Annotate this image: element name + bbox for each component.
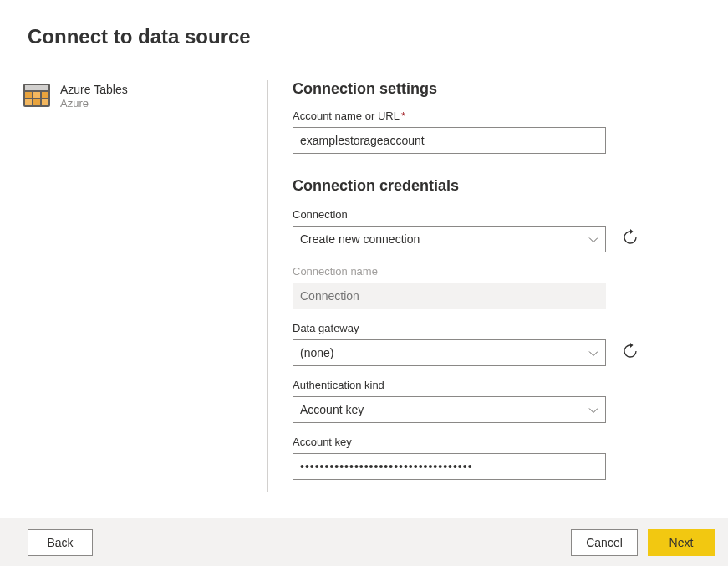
svg-rect-6 <box>33 99 40 105</box>
connection-name-input <box>293 283 606 309</box>
footer-bar: Back Cancel Next <box>0 518 728 566</box>
connector-publisher: Azure <box>60 97 128 111</box>
svg-rect-2 <box>25 92 32 98</box>
refresh-icon <box>622 229 639 249</box>
connection-select-value: Create new connection <box>300 232 420 246</box>
gateway-label: Data gateway <box>293 322 669 334</box>
next-button[interactable]: Next <box>648 529 715 556</box>
svg-rect-5 <box>25 99 32 105</box>
gateway-select[interactable]: (none) <box>293 339 606 366</box>
back-button[interactable]: Back <box>28 529 93 556</box>
connection-name-label: Connection name <box>293 265 669 278</box>
connection-select[interactable]: Create new connection <box>293 226 606 252</box>
svg-rect-7 <box>42 99 48 105</box>
account-name-input[interactable] <box>293 127 606 154</box>
chevron-down-icon <box>588 405 598 415</box>
connection-settings-heading: Connection settings <box>293 80 669 98</box>
connector-name: Azure Tables <box>60 82 128 97</box>
azure-tables-icon <box>23 82 50 109</box>
required-indicator: * <box>401 110 405 122</box>
gateway-select-value: (none) <box>300 346 333 359</box>
connection-credentials-heading: Connection credentials <box>293 177 669 195</box>
chevron-down-icon <box>588 234 598 244</box>
refresh-gateway-button[interactable] <box>620 343 640 363</box>
cancel-button[interactable]: Cancel <box>571 529 638 556</box>
auth-kind-label: Authentication kind <box>293 379 669 391</box>
refresh-icon <box>622 343 639 363</box>
account-name-label: Account name or URL* <box>293 110 669 122</box>
svg-rect-4 <box>42 92 48 98</box>
connection-label: Connection <box>293 208 669 221</box>
account-key-label: Account key <box>293 436 669 448</box>
page-title: Connect to data source <box>0 0 728 48</box>
account-key-input[interactable] <box>293 453 606 480</box>
auth-kind-select[interactable]: Account key <box>293 396 606 423</box>
chevron-down-icon <box>588 348 598 358</box>
connector-summary: Azure Tables Azure <box>23 80 267 492</box>
svg-rect-1 <box>25 85 48 90</box>
refresh-connection-button[interactable] <box>620 229 640 249</box>
auth-kind-select-value: Account key <box>300 403 364 416</box>
svg-rect-3 <box>33 92 40 98</box>
